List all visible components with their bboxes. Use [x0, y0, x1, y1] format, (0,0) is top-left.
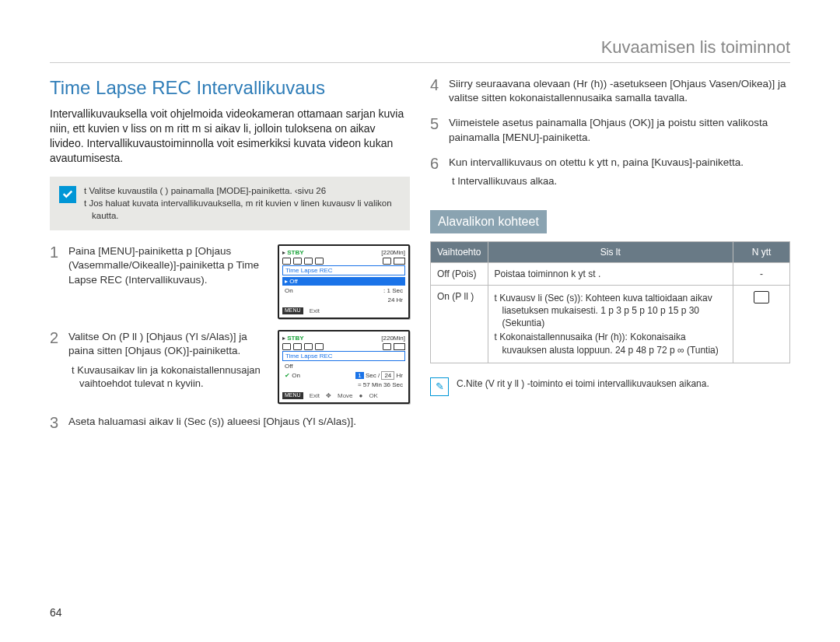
cell-bullet: t Kuvausv li (Sec (s)): Kohteen kuva tal…	[495, 292, 727, 330]
step-text: Paina [MENU]-painiketta p [Ohjaus (Vasem…	[68, 244, 265, 287]
section-header: Kuvaamisen lis toiminnot	[50, 37, 790, 63]
page-number: 64	[50, 606, 62, 619]
footnote-text: C.Nite (V rit y ll ) -toiminto ei toimi …	[457, 377, 709, 390]
camera-screen-graphic: ▸ STBY [220Min] Time Lapse REC Off ✔ On …	[278, 330, 410, 404]
step-number: 6	[430, 156, 441, 171]
step-sub-bullet: t Kuvausaikav lin ja kokonaistallennusaj…	[68, 363, 265, 391]
step-number: 5	[430, 116, 441, 132]
table-header: Vaihtoehto	[431, 241, 488, 262]
right-column: 4 Siirry seuraavana olevaan (Hr (h)) -as…	[430, 77, 790, 441]
steps-list-right: 4 Siirry seuraavana olevaan (Hr (h)) -as…	[430, 77, 790, 188]
step-item: 2 Valitse On (P ll ) [Ohjaus (Yl s/Alas)…	[50, 330, 410, 404]
step-number: 2	[50, 330, 61, 346]
cell-bullet: t Kokonaistallennusaika (Hr (h)): Kokona…	[495, 331, 727, 356]
camera-screen-graphic: ▸ STBY [220Min] Time Lapse REC ▸ Off On:…	[278, 244, 410, 319]
steps-list-left: 1 Paina [MENU]-painiketta p [Ohjaus (Vas…	[50, 244, 410, 430]
table-cell: t Kuvausv li (Sec (s)): Kohteen kuva tal…	[488, 285, 733, 363]
note-box: t Valitse kuvaustila ( ) painamalla [MOD…	[50, 177, 410, 231]
manual-page: Kuvaamisen lis toiminnot Time Lapse REC …	[0, 0, 840, 642]
table-cell	[733, 285, 790, 363]
info-icon: ✎	[430, 377, 449, 396]
table-row: Off (Pois) Poistaa toiminnon k yt st . -	[431, 262, 790, 285]
step-item: 6 Kun intervallikuvaus on otettu k ytt n…	[430, 156, 790, 188]
table-header: Sis lt	[488, 241, 733, 262]
left-column: Time Lapse REC Intervallikuvaus Interval…	[50, 77, 410, 441]
sub-heading: Alavalikon kohteet	[430, 210, 547, 233]
step-item: 1 Paina [MENU]-painiketta p [Ohjaus (Vas…	[50, 244, 410, 319]
two-column-body: Time Lapse REC Intervallikuvaus Interval…	[50, 77, 790, 441]
intro-paragraph: Intervallikuvauksella voit ohjelmoida vi…	[50, 107, 410, 166]
table-cell: Poistaa toiminnon k yt st .	[488, 262, 733, 285]
note-body: t Valitse kuvaustila ( ) painamalla [MOD…	[84, 184, 401, 223]
step-item: 3 Aseta haluamasi aikav li (Sec (s)) alu…	[50, 415, 410, 430]
check-icon	[59, 186, 76, 203]
step-sub-bullet: t Intervallikuvaus alkaa.	[449, 174, 790, 188]
table-cell: On (P ll )	[431, 285, 488, 363]
step-number: 3	[50, 415, 61, 430]
step-item: 5 Viimeistele asetus painamalla [Ohjaus …	[430, 116, 790, 144]
step-text: Valitse On (P ll ) [Ohjaus (Yl s/Alas)] …	[68, 330, 265, 391]
step-text: Kun intervallikuvaus on otettu k ytt n, …	[449, 156, 790, 188]
step-text: Aseta haluamasi aikav li (Sec (s)) aluee…	[68, 415, 410, 429]
step-text: Viimeistele asetus painamalla [Ohjaus (O…	[449, 116, 790, 144]
table-cell: Off (Pois)	[431, 262, 488, 285]
step-text: Siirry seuraavana olevaan (Hr (h)) -aset…	[449, 77, 790, 105]
note-line: t Jos haluat kuvata intervallikuvauksell…	[84, 198, 401, 222]
options-table: Vaihtoehto Sis lt N ytt Off (Pois) Poist…	[430, 241, 790, 363]
table-header: N ytt	[733, 241, 790, 262]
footer-note: ✎ C.Nite (V rit y ll ) -toiminto ei toim…	[430, 377, 790, 396]
step-item: 4 Siirry seuraavana olevaan (Hr (h)) -as…	[430, 77, 790, 105]
page-title: Time Lapse REC Intervallikuvaus	[50, 77, 410, 99]
step-number: 1	[50, 244, 61, 260]
step-number: 4	[430, 77, 441, 93]
display-icon	[754, 291, 769, 303]
table-row: On (P ll ) t Kuvausv li (Sec (s)): Kohte…	[431, 285, 790, 363]
table-cell: -	[733, 262, 790, 285]
note-line: t Valitse kuvaustila ( ) painamalla [MOD…	[84, 185, 401, 198]
